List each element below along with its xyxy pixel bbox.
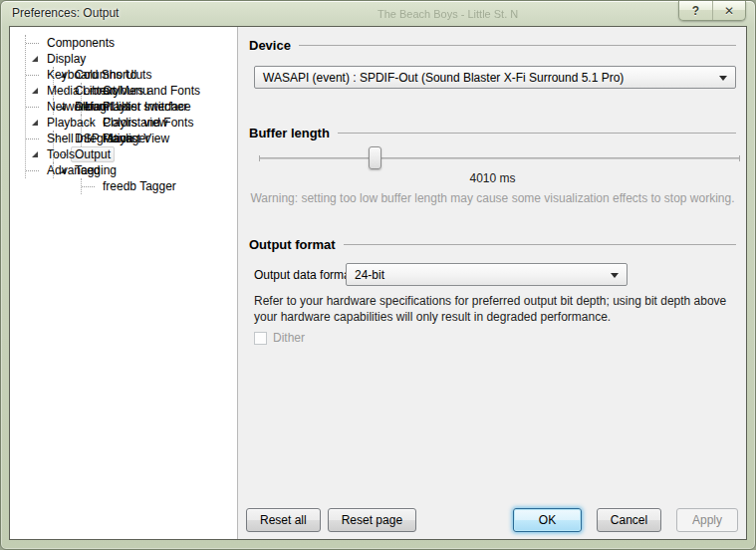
output-format-group-header: Output format bbox=[249, 237, 736, 252]
tree-item-tools[interactable]: ToolsTaggingfreedb Tagger bbox=[26, 146, 237, 162]
tree-branch: freedb Tagger bbox=[81, 178, 237, 194]
reset-page-button[interactable]: Reset page bbox=[328, 508, 416, 532]
tree-connector bbox=[26, 138, 39, 139]
caption-button-group: ? ✕ bbox=[678, 1, 746, 21]
buffer-length-value: 4010 ms bbox=[239, 171, 746, 185]
help-icon[interactable]: ? bbox=[679, 1, 712, 20]
tree-item-label: Media Library bbox=[47, 84, 120, 98]
tree-item-display[interactable]: DisplayColumns UIColours and FontsPlayli… bbox=[26, 51, 237, 67]
tree-connector bbox=[26, 170, 39, 171]
output-settings-panel: Device WASAPI (event) : SPDIF-Out (Sound… bbox=[239, 27, 746, 539]
tree-connector bbox=[26, 107, 39, 108]
buffer-slider-thumb[interactable] bbox=[369, 146, 381, 169]
buffer-header-label: Buffer length bbox=[249, 126, 330, 140]
cancel-button[interactable]: Cancel bbox=[597, 508, 661, 532]
device-select[interactable]: WASAPI (event) : SPDIF-Out (Sound Blaste… bbox=[254, 66, 736, 89]
output-data-format-label: Output data format: bbox=[254, 268, 357, 282]
tree-item-label: Keyboard Shortcuts bbox=[47, 68, 151, 82]
preferences-tree-panel: ComponentsDisplayColumns UIColours and F… bbox=[10, 27, 238, 539]
tree-expander-icon[interactable] bbox=[32, 151, 38, 157]
dither-checkbox-row: Dither bbox=[254, 331, 305, 345]
tree-expander-icon[interactable] bbox=[32, 88, 38, 94]
device-group-header: Device bbox=[249, 38, 736, 53]
tree-connector bbox=[82, 186, 95, 187]
tree-expander-icon[interactable] bbox=[32, 120, 38, 126]
tree-item-freedb-tagger[interactable]: freedb Tagger bbox=[82, 178, 237, 194]
preferences-window: Preferences: Output The Beach Boys - Lit… bbox=[0, 0, 756, 550]
dither-checkbox bbox=[254, 332, 267, 345]
tree-item-keyboard-shortcuts[interactable]: Keyboard Shortcuts bbox=[26, 67, 237, 83]
dither-label: Dither bbox=[273, 331, 305, 345]
tree-connector bbox=[26, 43, 39, 44]
apply-button[interactable]: Apply bbox=[676, 508, 738, 532]
ok-button[interactable]: OK bbox=[513, 508, 582, 532]
close-icon[interactable]: ✕ bbox=[712, 1, 745, 20]
dropdown-arrow-icon bbox=[611, 273, 619, 278]
preferences-tree: ComponentsDisplayColumns UIColours and F… bbox=[25, 35, 237, 178]
device-select-value: WASAPI (event) : SPDIF-Out (Sound Blaste… bbox=[263, 71, 624, 85]
tree-item-shell-integration[interactable]: Shell Integration bbox=[26, 131, 237, 146]
tree-item-label: freedb Tagger bbox=[103, 179, 176, 193]
tree-item-advanced[interactable]: Advanced bbox=[26, 162, 237, 178]
buffer-warning-text: Warning: setting too low buffer length m… bbox=[239, 191, 746, 205]
tree-item-label: Playback bbox=[47, 116, 96, 130]
titlebar[interactable]: Preferences: Output The Beach Boys - Lit… bbox=[1, 1, 755, 26]
dropdown-arrow-icon bbox=[719, 76, 727, 81]
tree-item-label: Output bbox=[71, 146, 115, 162]
tree-item-components[interactable]: Components bbox=[26, 35, 237, 51]
tree-item-label: Tools bbox=[47, 147, 75, 161]
tree-item-label: Display bbox=[47, 52, 86, 66]
tree-connector bbox=[26, 75, 39, 76]
dialog-client-area: ComponentsDisplayColumns UIColours and F… bbox=[9, 26, 747, 540]
tree-item-label: Colors and Fonts bbox=[103, 116, 193, 130]
device-header-label: Device bbox=[249, 38, 291, 53]
tree-item-label: Components bbox=[47, 36, 115, 50]
background-window-title: The Beach Boys - Little St. N bbox=[378, 8, 537, 20]
output-data-format-value: 24-bit bbox=[355, 268, 384, 282]
reset-all-button[interactable]: Reset all bbox=[246, 508, 321, 532]
tree-expander-icon[interactable] bbox=[32, 56, 38, 62]
tree-item-label: Networking bbox=[47, 100, 107, 114]
reset-button-group: Reset all Reset page bbox=[246, 508, 416, 532]
window-title: Preferences: Output bbox=[12, 6, 119, 20]
dialog-button-group: OK Cancel Apply bbox=[513, 508, 738, 532]
output-data-format-select[interactable]: 24-bit bbox=[346, 263, 628, 286]
tree-item-label: Shell Integration bbox=[47, 132, 133, 145]
buffer-group-header: Buffer length bbox=[249, 126, 736, 140]
buffer-length-slider[interactable] bbox=[259, 157, 740, 159]
bit-depth-note: Refer to your hardware specifications fo… bbox=[254, 293, 738, 325]
output-format-header-label: Output format bbox=[249, 237, 336, 252]
tree-item-label: Advanced bbox=[47, 163, 100, 177]
